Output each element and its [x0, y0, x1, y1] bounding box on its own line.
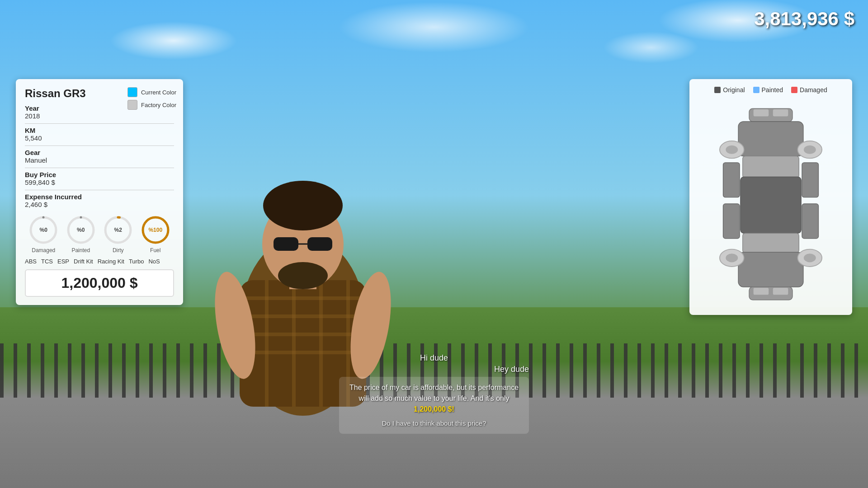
- buy-price-section: Buy Price 599,840 $: [25, 171, 174, 186]
- svg-rect-41: [802, 204, 818, 239]
- legend-original-label: Original: [723, 86, 745, 94]
- car-info-panel: Rissan GR3 Current Color Factory Color Y…: [16, 79, 183, 305]
- svg-rect-14: [307, 237, 332, 251]
- car-diagram-panel: Original Painted Damaged: [689, 79, 852, 315]
- mods-bar: ABS TCS ESP Drift Kit Racing Kit Turbo N…: [25, 258, 174, 265]
- legend-damaged-label: Damaged: [800, 86, 827, 94]
- expense-section: Expense Incurred 2,460 $: [25, 193, 174, 208]
- legend-painted-dot: [753, 87, 760, 93]
- legend-painted: Painted: [753, 86, 783, 94]
- price-highlight: 1,200,000 $!: [414, 405, 454, 413]
- color-indicators: Current Color Factory Color: [127, 87, 176, 110]
- mod-tcs: TCS: [41, 258, 53, 265]
- factory-color-label: Factory Color: [141, 102, 176, 108]
- factory-color-swatch: [127, 100, 137, 110]
- svg-point-43: [726, 145, 738, 154]
- divider-2: [25, 145, 174, 146]
- legend-original: Original: [714, 86, 745, 94]
- expense-value: 2,460 $: [25, 201, 174, 208]
- km-label: KM: [25, 127, 174, 134]
- svg-point-49: [804, 253, 816, 262]
- svg-rect-36: [754, 288, 769, 295]
- player-chat: Hi dude: [339, 353, 529, 363]
- km-section: KM 5,540: [25, 127, 174, 142]
- npc-question: Do I have to think about this price?: [347, 418, 521, 429]
- gauge-dirty-label: Dirty: [113, 247, 124, 253]
- chat-box: Hi dude Hey dude The price of my car is …: [339, 353, 529, 434]
- gauge-damaged-label: Damaged: [32, 247, 55, 253]
- gauge-dirty: %2 Dirty: [103, 215, 133, 253]
- npc-pitch-text: The price of my car is affordable, but i…: [349, 384, 519, 413]
- svg-point-12: [263, 181, 343, 230]
- divider-3: [25, 168, 174, 168]
- expense-label: Expense Incurred: [25, 193, 174, 201]
- current-color-row: Current Color: [127, 87, 176, 97]
- legend-painted-label: Painted: [762, 86, 783, 94]
- current-color-swatch: [127, 87, 137, 97]
- gear-label: Gear: [25, 149, 174, 156]
- svg-rect-39: [723, 204, 740, 239]
- gauges-row: %0 Damaged %0 Painted %2: [25, 215, 174, 253]
- mod-turbo: Turbo: [129, 258, 144, 265]
- npc-dialog-bubble: The price of my car is affordable, but i…: [339, 377, 529, 434]
- gauge-fuel: %100 Fuel: [140, 215, 171, 253]
- svg-rect-28: [754, 109, 769, 116]
- svg-rect-13: [274, 237, 298, 251]
- svg-point-47: [726, 253, 738, 262]
- svg-point-16: [278, 262, 328, 289]
- mod-esp: ESP: [57, 258, 69, 265]
- km-value: 5,540: [25, 134, 174, 142]
- legend-original-dot: [714, 87, 721, 93]
- money-display: 3,813,936 $: [754, 8, 854, 30]
- divider-4: [25, 190, 174, 190]
- gauge-fuel-label: Fuel: [150, 247, 160, 253]
- buy-price-value: 599,840 $: [25, 178, 174, 186]
- legend-damaged: Damaged: [791, 86, 827, 94]
- npc-greeting: Hey dude: [339, 365, 529, 374]
- mod-racing: Racing Kit: [98, 258, 124, 265]
- gauge-painted: %0 Painted: [66, 215, 96, 253]
- gear-section: Gear Manuel: [25, 149, 174, 164]
- svg-rect-34: [738, 252, 803, 287]
- mod-drift: Drift Kit: [74, 258, 93, 265]
- svg-rect-31: [743, 156, 799, 178]
- svg-rect-37: [773, 288, 788, 295]
- gear-value: Manuel: [25, 156, 174, 164]
- diagram-legend: Original Painted Damaged: [696, 86, 846, 94]
- gauge-painted-label: Painted: [71, 247, 90, 253]
- mod-abs: ABS: [25, 258, 37, 265]
- car-top-view: [696, 100, 845, 308]
- factory-color-row: Factory Color: [127, 100, 176, 110]
- legend-damaged-dot: [791, 87, 797, 93]
- svg-rect-40: [802, 163, 818, 197]
- year-value: 2018: [25, 112, 174, 120]
- svg-rect-38: [723, 163, 740, 197]
- svg-point-45: [804, 145, 816, 154]
- svg-rect-32: [741, 177, 801, 234]
- buy-price-label: Buy Price: [25, 171, 174, 178]
- mod-nos: NoS: [148, 258, 160, 265]
- current-color-label: Current Color: [141, 89, 176, 96]
- divider-1: [25, 123, 174, 124]
- svg-rect-29: [773, 109, 788, 116]
- svg-rect-33: [743, 233, 799, 253]
- listing-price[interactable]: 1,200,000 $: [25, 269, 174, 297]
- gauge-damaged: %0 Damaged: [28, 215, 59, 253]
- svg-rect-30: [738, 122, 803, 156]
